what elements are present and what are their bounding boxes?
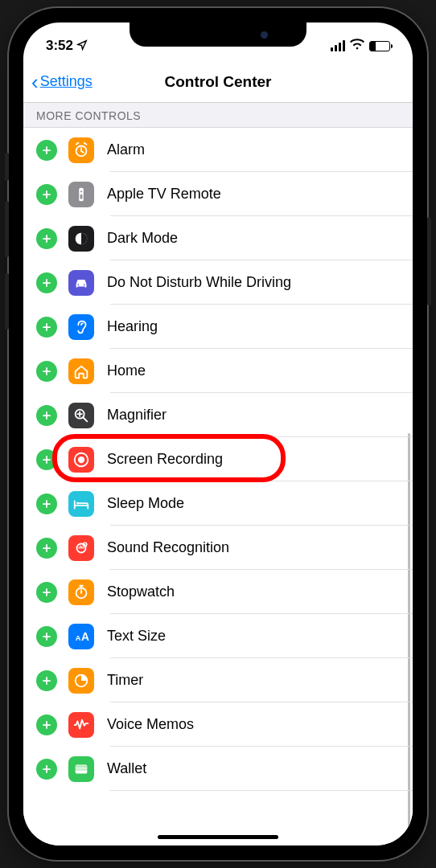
add-button[interactable] bbox=[36, 405, 57, 426]
alarm-icon bbox=[68, 137, 94, 163]
add-button[interactable] bbox=[36, 272, 57, 293]
list-item[interactable]: Sound Recognition bbox=[23, 526, 413, 570]
control-label: Sleep Mode bbox=[107, 495, 184, 512]
control-label: Apple TV Remote bbox=[107, 186, 221, 203]
control-label: Wallet bbox=[107, 760, 146, 777]
add-button[interactable] bbox=[36, 626, 57, 647]
add-button[interactable] bbox=[36, 714, 57, 735]
control-label: Stopwatch bbox=[107, 583, 175, 600]
control-label: Do Not Disturb While Driving bbox=[107, 274, 291, 291]
list-item[interactable]: Do Not Disturb While Driving bbox=[23, 260, 413, 305]
vol-down bbox=[5, 273, 9, 330]
svg-rect-18 bbox=[76, 765, 88, 768]
control-label: Sound Recognition bbox=[107, 539, 229, 556]
list-item[interactable]: Sleep Mode bbox=[23, 481, 413, 526]
textsize-icon: AA bbox=[68, 624, 94, 649]
chevron-left-icon: ‹ bbox=[31, 72, 39, 92]
magnifier-icon bbox=[68, 403, 94, 428]
svg-point-9 bbox=[78, 456, 84, 462]
record-icon bbox=[68, 447, 94, 473]
notch bbox=[130, 23, 306, 47]
list-item[interactable]: Magnifier bbox=[23, 393, 413, 437]
control-label: Timer bbox=[107, 672, 143, 689]
timer-icon bbox=[68, 668, 94, 694]
list-item[interactable]: AA Text Size bbox=[23, 614, 413, 658]
mute-switch bbox=[5, 153, 9, 181]
add-button[interactable] bbox=[36, 361, 57, 382]
list-item[interactable]: Stopwatch bbox=[23, 570, 413, 614]
control-label: Text Size bbox=[107, 628, 166, 645]
nav-bar: ‹ Settings Control Center bbox=[23, 61, 413, 103]
darkmode-icon bbox=[68, 226, 94, 252]
wifi-icon bbox=[350, 38, 364, 54]
add-button[interactable] bbox=[36, 140, 57, 161]
wallet-icon bbox=[68, 756, 94, 782]
control-label: Screen Recording bbox=[107, 451, 223, 468]
svg-point-10 bbox=[76, 502, 79, 504]
ear-icon bbox=[68, 314, 94, 340]
add-button[interactable] bbox=[36, 670, 57, 691]
car-icon bbox=[68, 270, 94, 296]
svg-point-2 bbox=[80, 190, 82, 192]
svg-point-5 bbox=[77, 284, 79, 285]
control-label: Alarm bbox=[107, 141, 145, 158]
add-button[interactable] bbox=[36, 184, 57, 205]
list-item[interactable]: Voice Memos bbox=[23, 702, 413, 747]
sound-icon bbox=[68, 535, 94, 561]
control-label: Hearing bbox=[107, 318, 158, 335]
svg-text:A: A bbox=[76, 633, 81, 641]
bed-icon bbox=[68, 491, 94, 517]
add-button[interactable] bbox=[36, 449, 57, 470]
svg-text:A: A bbox=[81, 630, 89, 642]
list-item[interactable]: Alarm bbox=[23, 128, 413, 172]
control-label: Magnifier bbox=[107, 407, 167, 424]
list-item[interactable]: Apple TV Remote bbox=[23, 172, 413, 216]
list-item[interactable]: Home bbox=[23, 349, 413, 393]
stopwatch-icon bbox=[68, 579, 94, 605]
add-button[interactable] bbox=[36, 493, 57, 514]
svg-rect-3 bbox=[80, 194, 83, 199]
voicememo-icon bbox=[68, 712, 94, 738]
control-label: Home bbox=[107, 362, 146, 379]
add-button[interactable] bbox=[36, 759, 57, 780]
back-label: Settings bbox=[40, 73, 93, 90]
list-item[interactable]: Dark Mode bbox=[23, 216, 413, 260]
controls-list[interactable]: Alarm Apple TV Remote Dark Mode Do Not D… bbox=[23, 128, 413, 845]
add-button[interactable] bbox=[36, 317, 57, 338]
add-button[interactable] bbox=[36, 228, 57, 249]
svg-point-11 bbox=[77, 543, 86, 552]
status-time: 3:52 bbox=[46, 38, 73, 54]
svg-point-6 bbox=[84, 284, 85, 285]
home-icon bbox=[68, 358, 94, 384]
control-label: Voice Memos bbox=[107, 716, 194, 733]
location-icon bbox=[76, 39, 88, 53]
power-button bbox=[427, 217, 431, 305]
list-item[interactable]: Timer bbox=[23, 658, 413, 702]
control-label: Dark Mode bbox=[107, 230, 178, 247]
add-button[interactable] bbox=[36, 582, 57, 603]
section-header: MORE CONTROLS bbox=[23, 103, 413, 128]
vol-up bbox=[5, 201, 9, 257]
svg-rect-19 bbox=[76, 768, 88, 771]
list-item[interactable]: Wallet bbox=[23, 747, 413, 791]
remote-icon bbox=[68, 182, 94, 207]
cellular-icon bbox=[331, 40, 345, 51]
screen: 3:52 ‹ Settings Control Center MORE CONT… bbox=[23, 23, 413, 845]
battery-icon bbox=[369, 41, 390, 51]
add-button[interactable] bbox=[36, 538, 57, 559]
back-button[interactable]: ‹ Settings bbox=[31, 72, 93, 92]
list-item[interactable]: Hearing bbox=[23, 305, 413, 349]
home-indicator[interactable] bbox=[158, 835, 278, 839]
list-item[interactable]: Screen Recording bbox=[23, 437, 413, 481]
phone-frame: 3:52 ‹ Settings Control Center MORE CONT… bbox=[9, 8, 427, 860]
